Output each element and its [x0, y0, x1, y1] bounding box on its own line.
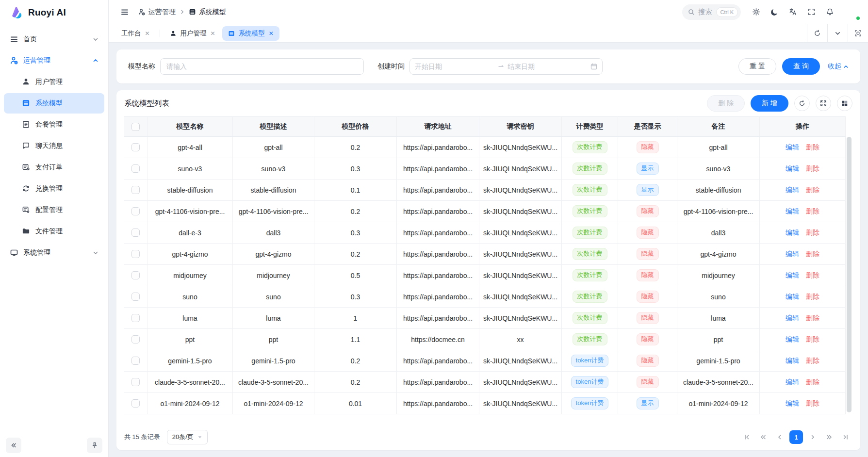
- column-settings-button[interactable]: [837, 96, 852, 111]
- row-checkbox[interactable]: [131, 228, 140, 237]
- settings-gear-icon[interactable]: [748, 4, 764, 20]
- visible-badge[interactable]: 显示: [637, 163, 659, 175]
- row-checkbox[interactable]: [131, 207, 140, 215]
- next-page-button[interactable]: [806, 430, 819, 444]
- content-maximize-button[interactable]: [848, 24, 868, 42]
- delete-link[interactable]: 删除: [806, 399, 819, 408]
- row-checkbox[interactable]: [131, 335, 140, 343]
- edit-link[interactable]: 编辑: [786, 164, 799, 173]
- table-scrollbar[interactable]: [847, 137, 852, 412]
- row-checkbox[interactable]: [131, 357, 140, 365]
- sidebar-item-operations[interactable]: 运营管理: [4, 50, 104, 71]
- delete-link[interactable]: 删除: [806, 314, 819, 323]
- close-tab-icon[interactable]: ✕: [145, 30, 150, 37]
- collapse-sidebar-button[interactable]: [6, 438, 21, 453]
- row-checkbox[interactable]: [131, 143, 140, 151]
- delete-link[interactable]: 删除: [806, 357, 819, 365]
- visible-badge[interactable]: 隐藏: [637, 355, 659, 367]
- row-checkbox[interactable]: [131, 250, 140, 258]
- tab-user-mgmt[interactable]: 用户管理 ✕: [164, 26, 221, 41]
- row-checkbox[interactable]: [131, 164, 140, 173]
- visible-badge[interactable]: 隐藏: [637, 376, 659, 388]
- edit-link[interactable]: 编辑: [786, 314, 799, 323]
- start-date-input[interactable]: [415, 63, 495, 70]
- brand-area[interactable]: Ruoyi AI: [0, 0, 108, 25]
- hamburger-menu-button[interactable]: [116, 4, 133, 20]
- visible-badge[interactable]: 隐藏: [637, 333, 659, 345]
- row-checkbox[interactable]: [131, 293, 140, 301]
- delete-link[interactable]: 删除: [806, 186, 819, 195]
- visible-badge[interactable]: 隐藏: [637, 248, 659, 260]
- sidebar-item-system-mgmt[interactable]: 系统管理: [4, 243, 104, 263]
- delete-link[interactable]: 删除: [806, 228, 819, 237]
- edit-link[interactable]: 编辑: [786, 143, 799, 152]
- delete-link[interactable]: 删除: [806, 143, 819, 152]
- visible-badge[interactable]: 隐藏: [637, 312, 659, 324]
- delete-link[interactable]: 删除: [806, 164, 819, 173]
- visible-badge[interactable]: 显示: [637, 397, 659, 409]
- edit-link[interactable]: 编辑: [786, 271, 799, 280]
- row-checkbox[interactable]: [131, 378, 140, 386]
- sidebar-item-config-mgmt[interactable]: 配置管理: [4, 200, 104, 220]
- select-all-checkbox[interactable]: [131, 123, 140, 131]
- edit-link[interactable]: 编辑: [786, 250, 799, 259]
- next-5-pages-button[interactable]: [822, 430, 836, 444]
- visible-badge[interactable]: 显示: [637, 184, 659, 196]
- translate-language-icon[interactable]: [785, 4, 801, 20]
- sidebar-item-pay-order[interactable]: 支付订单: [4, 157, 104, 178]
- sidebar-item-user-mgmt[interactable]: 用户管理: [4, 72, 104, 92]
- batch-delete-button[interactable]: 删 除: [707, 95, 745, 112]
- fullscreen-icon[interactable]: [803, 4, 819, 20]
- refresh-table-button[interactable]: [794, 96, 810, 111]
- edit-link[interactable]: 编辑: [786, 293, 799, 301]
- edit-link[interactable]: 编辑: [786, 357, 799, 365]
- pin-sidebar-button[interactable]: [87, 438, 102, 453]
- close-tab-icon[interactable]: ✕: [269, 30, 274, 37]
- sidebar-item-file-mgmt[interactable]: 文件管理: [4, 221, 104, 242]
- edit-link[interactable]: 编辑: [786, 378, 799, 387]
- sidebar-item-home[interactable]: 首页: [4, 29, 104, 49]
- user-avatar[interactable]: [844, 4, 860, 20]
- close-tab-icon[interactable]: ✕: [211, 30, 215, 37]
- row-checkbox[interactable]: [131, 399, 140, 408]
- sidebar-item-system-model[interactable]: 系统模型: [4, 93, 104, 114]
- table-fullscreen-button[interactable]: [816, 96, 831, 111]
- sidebar-item-redeem-mgmt[interactable]: 兑换管理: [4, 179, 104, 199]
- sidebar-item-chat-msg[interactable]: 聊天消息: [4, 136, 104, 156]
- visible-badge[interactable]: 隐藏: [637, 205, 659, 217]
- delete-link[interactable]: 删除: [806, 378, 819, 387]
- prev-5-pages-button[interactable]: [756, 430, 770, 444]
- date-range-picker[interactable]: [409, 58, 603, 75]
- delete-link[interactable]: 删除: [806, 250, 819, 259]
- visible-badge[interactable]: 隐藏: [637, 269, 659, 281]
- breadcrumb-item-operations[interactable]: 运营管理: [138, 8, 176, 16]
- edit-link[interactable]: 编辑: [786, 335, 799, 344]
- tab-system-model[interactable]: 系统模型 ✕: [222, 26, 279, 41]
- add-button[interactable]: 新 增: [751, 95, 788, 112]
- breadcrumb-item-system-model[interactable]: 系统模型: [189, 8, 226, 16]
- delete-link[interactable]: 删除: [806, 207, 819, 216]
- dark-mode-moon-icon[interactable]: [766, 4, 783, 20]
- delete-link[interactable]: 删除: [806, 293, 819, 301]
- page-size-select[interactable]: 20条/页: [167, 430, 208, 444]
- sidebar-item-package-mgmt[interactable]: 套餐管理: [4, 114, 104, 135]
- notifications-bell-icon[interactable]: [821, 4, 838, 20]
- last-page-button[interactable]: [839, 430, 852, 444]
- row-checkbox[interactable]: [131, 271, 140, 279]
- tab-list-chevron-down[interactable]: [827, 24, 848, 42]
- model-name-input[interactable]: [160, 58, 364, 75]
- edit-link[interactable]: 编辑: [786, 186, 799, 195]
- edit-link[interactable]: 编辑: [786, 228, 799, 237]
- row-checkbox[interactable]: [131, 314, 140, 322]
- current-page-button[interactable]: 1: [789, 430, 803, 444]
- edit-link[interactable]: 编辑: [786, 399, 799, 408]
- tab-workbench[interactable]: 工作台 ✕: [115, 26, 156, 41]
- query-button[interactable]: 查 询: [782, 58, 820, 75]
- visible-badge[interactable]: 隐藏: [637, 291, 659, 303]
- delete-link[interactable]: 删除: [806, 271, 819, 280]
- delete-link[interactable]: 删除: [806, 335, 819, 344]
- refresh-page-button[interactable]: [807, 24, 827, 42]
- collapse-filter-link[interactable]: 收起: [828, 62, 849, 71]
- row-checkbox[interactable]: [131, 186, 140, 194]
- global-search[interactable]: 搜索 Ctrl K: [682, 4, 741, 20]
